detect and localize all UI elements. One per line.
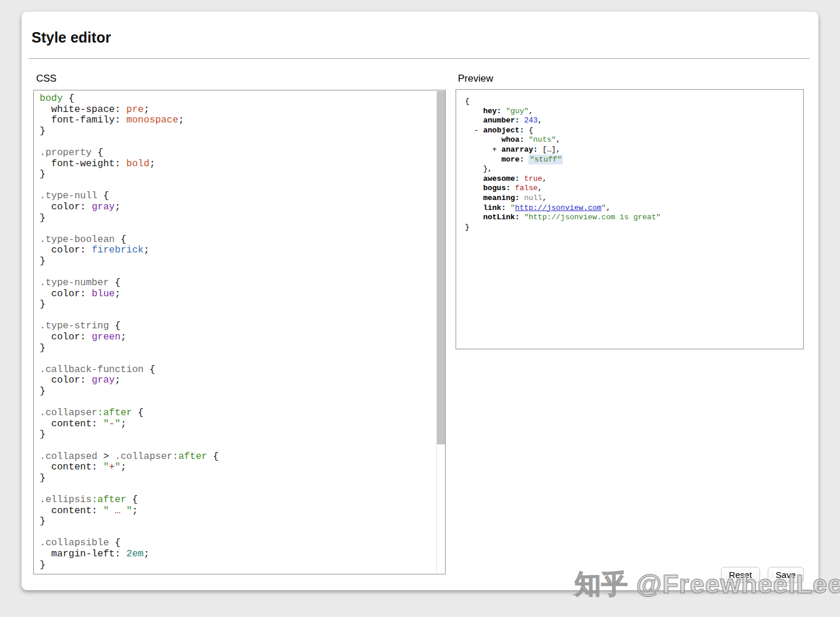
code-token: whoa: [501, 135, 524, 144]
code-token: { [109, 277, 121, 288]
code-line: .collapser:after { [40, 408, 437, 419]
code-token: , [606, 204, 611, 212]
code-token: } [40, 125, 46, 136]
code-line: meaning: null, [465, 194, 803, 204]
code-token: .callback-function [40, 364, 144, 375]
save-button[interactable]: Save [768, 567, 804, 583]
code-line: .type-null { [40, 191, 437, 202]
collapser-toggle[interactable]: + [492, 145, 497, 154]
code-token: } [40, 299, 46, 310]
code-line [40, 267, 437, 278]
code-token: "nuts" [528, 135, 556, 144]
code-token: .collapser [115, 451, 173, 462]
code-token: 2em [127, 548, 144, 559]
code-token: "guy" [506, 107, 528, 115]
css-code[interactable]: body { white-space: pre; font-family: mo… [34, 90, 437, 574]
code-line: awesome: true, [465, 174, 803, 184]
code-token: bogus: [483, 184, 510, 192]
code-token: .type-null [40, 190, 97, 201]
code-line: .ellipsis:after { [40, 495, 437, 506]
code-line [40, 223, 437, 234]
code-line: } [40, 473, 437, 484]
json-link[interactable]: http://jsonview.com [515, 204, 601, 212]
code-token: { [524, 126, 533, 135]
code-token: color: [40, 244, 92, 255]
code-token: { [132, 407, 144, 418]
code-token: gray [92, 201, 115, 212]
code-token: true [524, 174, 542, 183]
code-token: } [40, 472, 46, 483]
code-token: .type-string [40, 320, 109, 331]
code-token: color: [40, 201, 92, 212]
code-token: } [40, 212, 46, 223]
code-token: > [97, 451, 115, 462]
css-editor-scrollbar-thumb[interactable] [437, 91, 445, 444]
button-row: Reset Save [721, 567, 804, 583]
code-token: ; [144, 104, 149, 115]
code-token: , [528, 107, 533, 115]
code-token [465, 145, 492, 154]
code-token: pre [127, 104, 144, 115]
code-line: .collapsed > .collapser:after { [40, 451, 437, 462]
code-line: whoa: "nuts", [465, 135, 803, 145]
code-token [510, 184, 515, 192]
code-token: anarray: [501, 145, 537, 154]
code-token: } [40, 255, 46, 267]
code-token: } [40, 342, 46, 353]
code-line: } [40, 126, 437, 137]
reset-button[interactable]: Reset [721, 567, 760, 583]
code-line: margin-left: 2em; [40, 549, 437, 560]
code-token: " [103, 461, 109, 472]
code-token: content: [40, 505, 103, 516]
code-line: } [40, 169, 437, 180]
code-token: , [538, 184, 542, 192]
code-token: { [207, 451, 219, 462]
code-line: notLink: "http://jsonview.com is great" [465, 213, 803, 223]
code-line: } [40, 560, 437, 571]
code-line: color: gray; [40, 202, 437, 213]
code-token: { [109, 320, 121, 331]
code-line: font-weight: bold; [40, 159, 437, 170]
code-token: color: [40, 331, 92, 342]
code-token: firebrick [92, 244, 144, 255]
code-line [40, 310, 437, 321]
code-token: { [144, 364, 155, 375]
code-token: ; [115, 374, 121, 385]
code-line: white-space: pre; [40, 104, 437, 115]
code-line: hey: "guy", [465, 107, 803, 117]
code-token: " [103, 418, 109, 429]
css-editor-scrollbar[interactable] [436, 90, 445, 574]
code-token: { [115, 234, 127, 245]
code-token: , [542, 174, 547, 183]
code-line: color: firebrick; [40, 245, 437, 256]
code-line: .type-boolean { [40, 234, 437, 246]
code-line: } [40, 429, 437, 440]
code-token: [ [538, 145, 547, 154]
code-line: content: "+"; [40, 462, 437, 473]
code-token: :after [173, 451, 207, 462]
code-token: body [40, 93, 63, 104]
code-token: anobject: [483, 126, 524, 135]
code-token [506, 204, 510, 212]
code-token: ; [149, 158, 155, 169]
code-token: anumber: [483, 116, 519, 125]
code-line: .type-string { [40, 321, 437, 332]
code-line [40, 440, 437, 451]
code-token: false [515, 184, 538, 192]
css-editor[interactable]: body { white-space: pre; font-family: mo… [33, 90, 446, 574]
code-token: meaning: [483, 194, 519, 202]
code-token: ; [144, 244, 149, 255]
code-token: bold [127, 158, 150, 169]
code-token: ; [115, 288, 121, 299]
code-token: , [538, 116, 542, 125]
code-token: ; [115, 201, 121, 212]
code-token [465, 194, 483, 202]
code-line [40, 397, 437, 408]
code-line: link: "http://jsonview.com", [465, 204, 803, 213]
code-token: font-family: [40, 114, 127, 125]
code-token: link: [483, 204, 506, 212]
preview-panel: { hey: "guy", anumber: 243, - anobject: … [456, 89, 804, 349]
preview-json: { hey: "guy", anumber: 243, - anobject: … [456, 90, 803, 232]
code-token: .collapsible [40, 537, 109, 548]
code-line [40, 483, 437, 495]
